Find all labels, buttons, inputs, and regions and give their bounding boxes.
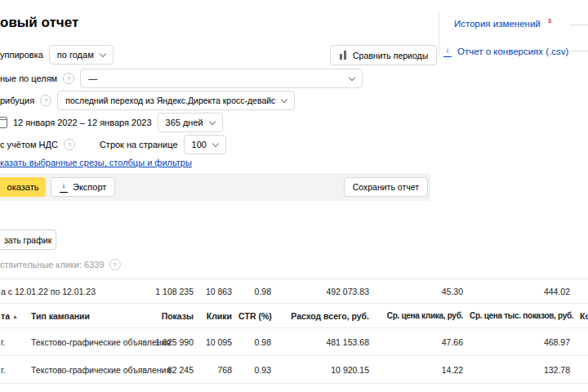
invalid-clicks-note: ствительные клики: 6339 ? [0, 259, 121, 270]
grouping-row: уппировка по годам [0, 44, 114, 65]
row-campaign-type: Текстово-графические объявления [26, 328, 155, 356]
row-clicks: 768 [200, 356, 238, 384]
chevron-down-icon [99, 50, 105, 56]
row-avg-1000-impr-cost: 132.78 [470, 356, 577, 384]
compare-periods-button[interactable]: Сравнить периоды [330, 45, 437, 65]
download-icon: ↓ [60, 183, 68, 192]
history-badge: 3 [548, 17, 551, 24]
totals-clicks: 10 863 [200, 279, 238, 304]
show-report-button[interactable]: оказать [0, 177, 46, 197]
totals-avg-1000-impr-cost: 444.02 [470, 279, 577, 304]
row-cost: 481 153.68 [278, 328, 376, 356]
hint-icon[interactable]: ? [40, 95, 51, 106]
conversions-link-label: Отчет о конверсиях (.csv) [457, 47, 568, 56]
hint-icon[interactable]: ? [109, 259, 121, 270]
export-label: Экспорт [73, 182, 106, 192]
row-impressions: 1 025 990 [155, 328, 200, 356]
totals-row: а с 12.01.22 по 12.01.23 1 108 235 10 86… [0, 279, 588, 304]
goals-value: — [88, 74, 97, 83]
totals-avg-click-cost: 45.30 [376, 279, 470, 304]
period-row: 12 января 2022 – 12 января 2023 365 дней [0, 112, 223, 133]
row-avg-click-cost: 14.22 [376, 356, 470, 384]
table-header-row: та▲ Тип кампании Показы Клики CTR (%) Ра… [0, 304, 588, 328]
row-date: г. [0, 328, 26, 356]
col-header-impressions[interactable]: Показы [155, 304, 200, 328]
totals-label: а с 12.01.22 по 12.01.23 [0, 279, 155, 304]
col-header-date[interactable]: та▲ [0, 304, 26, 328]
history-link[interactable]: История изменений3 [454, 19, 551, 29]
chevron-down-icon [281, 96, 287, 102]
attribution-label: рибуция [0, 96, 34, 105]
col-header-conversions[interactable]: Конве [577, 304, 588, 328]
row-ctr: 0.98 [238, 328, 278, 356]
date-range[interactable]: 12 января 2022 – 12 января 2023 [13, 118, 152, 127]
calendar-icon [0, 117, 7, 128]
stats-table: а с 12.01.22 по 12.01.23 1 108 235 10 86… [0, 278, 588, 384]
totals-cost: 492 073.83 [278, 279, 376, 304]
row-cost: 10 920.15 [278, 356, 376, 384]
col-header-ctr[interactable]: CTR (%) [238, 304, 278, 328]
goals-select[interactable]: — [80, 69, 363, 88]
sort-asc-icon: ▲ [12, 314, 18, 319]
conversions-csv-link[interactable]: ↓ Отчет о конверсиях (.csv) [443, 47, 568, 56]
chevron-down-icon [349, 74, 355, 80]
cut-panel-line [570, 51, 588, 51]
totals-conversions [577, 279, 588, 304]
row-campaign-type: Текстово-графические объявления [26, 356, 155, 384]
goals-row: ные по целям ? — [0, 68, 363, 89]
show-chart-button[interactable]: зать график [0, 229, 56, 250]
grouping-value: по годам [57, 50, 94, 60]
attribution-row: рибуция ? последний переход из Яндекс.Ди… [0, 90, 295, 111]
page-title: овый отчет [0, 15, 78, 31]
row-clicks: 10 095 [200, 328, 238, 356]
row-avg-1000-impr-cost: 468.97 [470, 328, 577, 356]
totals-impressions: 1 108 235 [155, 279, 200, 304]
grouping-select[interactable]: по годам [49, 45, 114, 65]
show-slices-link[interactable]: казать выбранные срезы, столбцы и фильтр… [0, 158, 192, 167]
vertical-divider [439, 11, 439, 57]
invalid-clicks-text: ствительные клики: 6339 [0, 260, 105, 270]
attribution-value: последний переход из Яндекс.Директа крос… [65, 96, 275, 105]
goals-label: ные по целям [0, 74, 57, 83]
export-button[interactable]: ↓ Экспорт [51, 177, 115, 197]
hint-icon[interactable]: ? [63, 73, 74, 84]
rows-per-page-label: Строк на странице [100, 140, 178, 149]
save-report-button[interactable]: Сохранить отчет [344, 177, 428, 197]
period-days-value: 365 дней [166, 118, 203, 127]
col-header-campaign-type[interactable]: Тип кампании [26, 304, 155, 328]
vat-rows-row: с учётом НДС ? Строк на странице 100 [0, 134, 226, 155]
compare-periods-label: Сравнить периоды [353, 51, 428, 60]
table-row: г. Текстово-графические объявления 1 025… [0, 328, 588, 356]
cut-panel-line [570, 24, 588, 25]
row-date: г. [0, 356, 26, 384]
vat-label: с учётом НДС [0, 140, 58, 149]
history-link-label: История изменений [454, 19, 541, 29]
table-row: г. Текстово-графические объявления 82 24… [0, 356, 588, 384]
rows-per-page-value: 100 [192, 140, 207, 149]
row-conversions [577, 356, 588, 384]
rows-per-page-select[interactable]: 100 [184, 135, 226, 154]
row-avg-click-cost: 47.66 [376, 328, 470, 356]
chevron-down-icon [208, 118, 215, 124]
compare-bars-icon [339, 51, 348, 60]
row-conversions [577, 328, 588, 356]
col-header-avg-1000-impr-cost[interactable]: Ср. цена тыс. показов, руб. [470, 304, 577, 328]
period-days-select[interactable]: 365 дней [158, 113, 223, 132]
chevron-down-icon [212, 140, 219, 146]
download-icon: ↓ [443, 47, 452, 56]
hint-icon[interactable]: ? [64, 139, 75, 150]
attribution-select[interactable]: последний переход из Яндекс.Директа крос… [57, 91, 295, 110]
report-wizard-screen: овый отчет История изменений3 ↓ Отчет о … [0, 0, 588, 392]
col-header-clicks[interactable]: Клики [200, 304, 238, 328]
col-header-cost[interactable]: Расход всего, руб. [278, 304, 376, 328]
totals-ctr: 0.98 [238, 279, 278, 304]
grouping-label: уппировка [0, 50, 43, 60]
row-ctr: 0.93 [238, 356, 278, 384]
col-header-avg-click-cost[interactable]: Ср. цена клика, руб. [376, 304, 470, 328]
